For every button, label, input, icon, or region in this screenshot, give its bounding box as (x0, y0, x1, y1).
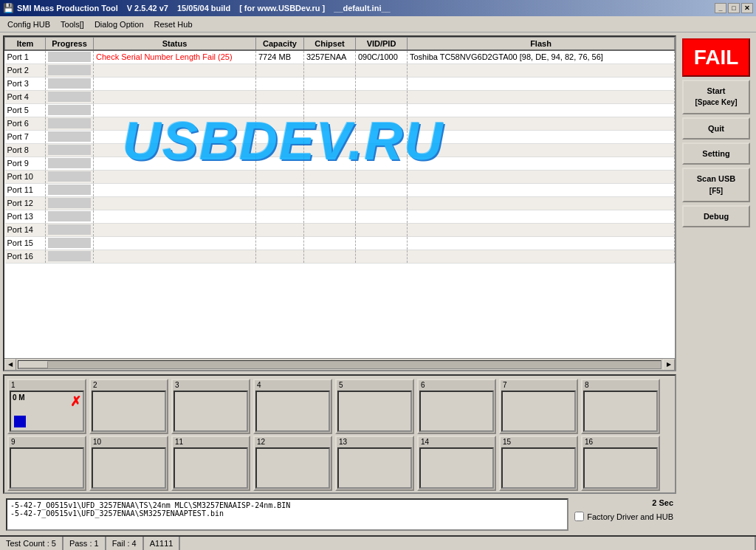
port-cell: 12 (253, 436, 332, 491)
cell-flash (408, 117, 675, 130)
cell-item: Port 3 (5, 77, 46, 90)
port-number: 6 (419, 380, 495, 390)
right-panel: FAIL Start[Space Key] Quit Setting Scan … (679, 35, 753, 532)
menu-tools[interactable]: Tools[] (56, 18, 89, 30)
cell-vidpid (356, 210, 408, 223)
cell-chipset (304, 130, 356, 143)
setting-button[interactable]: Setting (682, 142, 750, 165)
title-bar: 💾 SMI Mass Production Tool V 2.5.42 v7 1… (0, 0, 756, 16)
cell-item: Port 9 (5, 157, 46, 170)
table-row: Port 15 (5, 236, 675, 250)
cell-flash (408, 130, 675, 143)
file-display: -5-42-7_O0515v1\UFD_3257ENAA\TS\24nm MLC… (6, 498, 568, 531)
cell-status (94, 103, 256, 117)
factory-checkbox[interactable] (574, 512, 584, 521)
cell-progress (46, 130, 94, 143)
port-cell: 15 (499, 436, 578, 491)
port-inner (255, 391, 330, 432)
fail-badge: FAIL (682, 38, 750, 77)
port-cell: 14 (417, 436, 496, 491)
port-number: 1 (9, 380, 85, 390)
cell-item: Port 5 (5, 103, 46, 117)
menu-reset-hub[interactable]: Reset Hub (150, 18, 197, 30)
port-number: 4 (255, 380, 331, 390)
cell-item: Port 7 (5, 130, 46, 143)
cell-progress (46, 63, 94, 77)
debug-button[interactable]: Debug (682, 205, 750, 227)
factory-check: Factory Driver and HUB (574, 512, 673, 521)
cell-flash (408, 103, 675, 117)
cell-item: Port 14 (5, 223, 46, 236)
cell-progress (46, 236, 94, 250)
cell-flash (408, 183, 675, 196)
quit-button[interactable]: Quit (682, 117, 750, 140)
cell-flash (408, 223, 675, 236)
cell-chipset (304, 157, 356, 170)
cell-vidpid (356, 90, 408, 103)
scroll-right-btn[interactable]: ▶ (663, 359, 675, 371)
app-version: V 2.5.42 v7 (127, 4, 168, 13)
cell-status (94, 63, 256, 77)
cell-chipset (304, 210, 356, 223)
status-bar: Test Count : 5 Pass : 1 Fail : 4 A1111 (0, 535, 756, 550)
cell-chipset: 3257ENAA (304, 50, 356, 63)
port-cell: 7 (499, 379, 578, 434)
ini-file: __default.ini__ (334, 4, 390, 13)
col-header-flash: Flash (408, 38, 675, 51)
data-table-panel: Item Progress Status Capacity Chipset VI… (3, 35, 676, 371)
cell-progress (46, 77, 94, 90)
port-cell: 2 (89, 379, 168, 434)
factory-label: Factory Driver and HUB (587, 512, 673, 521)
bottom-panel: -5-42-7_O0515v1\UFD_3257ENAA\TS\24nm MLC… (3, 497, 676, 532)
cell-progress (46, 250, 94, 263)
cell-item: Port 10 (5, 170, 46, 183)
port-number: 16 (583, 437, 659, 447)
port-number: 15 (501, 437, 577, 447)
maximize-button[interactable]: □ (728, 3, 740, 13)
cell-flash (408, 236, 675, 250)
file-path: -5-42-7_O0515v1\UFD_3257ENAA\TS\24nm MLC… (10, 501, 564, 509)
cell-flash: Toshiba TC58NVG6D2GTA00 [98, DE, 94, 82,… (408, 50, 675, 63)
port-cell: 11 (171, 436, 250, 491)
cell-capacity (256, 143, 304, 157)
port-number: 14 (419, 437, 495, 447)
port-number: 3 (173, 380, 249, 390)
close-button[interactable]: ✕ (741, 3, 753, 13)
cell-vidpid (356, 143, 408, 157)
cell-item: Port 12 (5, 196, 46, 210)
start-button[interactable]: Start[Space Key] (682, 80, 750, 114)
table-row: Port 16 (5, 250, 675, 263)
cell-vidpid: 090C/1000 (356, 50, 408, 63)
scan-usb-button[interactable]: Scan USB[F5] (682, 168, 750, 202)
cell-flash (408, 210, 675, 223)
cell-progress (46, 143, 94, 157)
table-row: Port 1 Check Serial Number Length Fail (… (5, 50, 675, 63)
minimize-button[interactable]: _ (715, 3, 726, 13)
port-cell: 4 (253, 379, 332, 434)
cell-item: Port 8 (5, 143, 46, 157)
cell-capacity (256, 210, 304, 223)
port-number: 12 (255, 437, 331, 447)
port-number: 5 (337, 380, 413, 390)
port-number: 9 (9, 437, 85, 447)
cell-progress (46, 103, 94, 117)
cell-item: Port 16 (5, 250, 46, 263)
cell-status (94, 223, 256, 236)
cell-capacity (256, 77, 304, 90)
cell-chipset (304, 90, 356, 103)
status-code: A1111 (144, 537, 181, 550)
cell-chipset (304, 117, 356, 130)
port-inner (501, 391, 576, 432)
port-inner (419, 447, 494, 489)
menu-config-hub[interactable]: Config HUB (3, 18, 55, 30)
cell-status (94, 170, 256, 183)
col-header-capacity: Capacity (256, 38, 304, 51)
cell-progress (46, 183, 94, 196)
port-number: 10 (91, 437, 167, 447)
scroll-left-btn[interactable]: ◀ (4, 359, 16, 371)
table-row: Port 10 (5, 170, 675, 183)
table-row: Port 7 (5, 130, 675, 143)
menu-dialog-option[interactable]: Dialog Option (90, 18, 148, 30)
cell-status (94, 236, 256, 250)
cell-item: Port 1 (5, 50, 46, 63)
